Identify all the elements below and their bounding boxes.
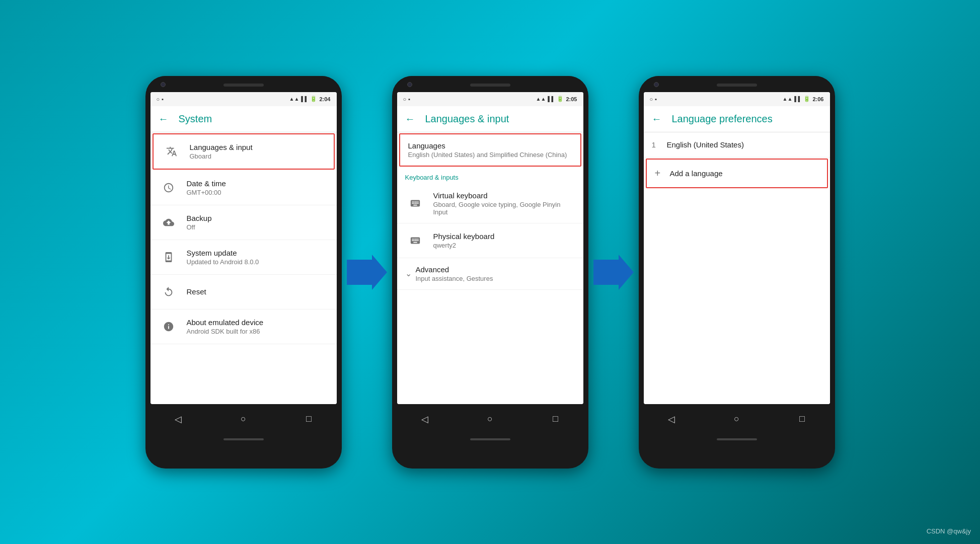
phone-bottom-nav-3: ◁ ○ □ — [639, 404, 835, 434]
status-right-1: ▲▲ ▌▌ 🔋 2:04 — [289, 96, 331, 102]
backup-subtitle: Off — [187, 223, 329, 231]
nav-back-1[interactable]: ◁ — [168, 409, 188, 429]
battery-small-icon-1: ▪ — [162, 96, 164, 102]
camera-1 — [161, 82, 166, 87]
keyboard-inputs-header: Keyboard & inputs — [397, 168, 583, 184]
settings-text-virtual-keyboard: Virtual keyboard Gboard, Google voice ty… — [433, 191, 575, 216]
settings-text-datetime: Date & time GMT+00:00 — [187, 179, 329, 196]
app-bar-3: ← Language preferences — [644, 106, 830, 132]
camera-3 — [654, 82, 659, 87]
settings-text-advanced: Advanced Input assistance, Gestures — [416, 265, 575, 282]
screen-3: ○ ▪ ▲▲ ▌▌ 🔋 2:06 ← Language preferences … — [644, 92, 830, 404]
alarm-icon-3: ○ — [650, 96, 653, 102]
nav-recent-3[interactable]: □ — [792, 409, 812, 429]
back-button-3[interactable]: ← — [652, 113, 662, 125]
status-right-2: ▲▲ ▌▌ 🔋 2:05 — [536, 96, 577, 102]
bottom-indicator-2 — [470, 438, 510, 440]
battery-small-icon-3: ▪ — [655, 96, 657, 102]
wifi-icon-1: ▲▲ — [289, 96, 299, 102]
physical-keyboard-subtitle: qwerty2 — [433, 242, 575, 249]
settings-item-datetime[interactable]: Date & time GMT+00:00 — [150, 171, 337, 205]
wifi-icon-2: ▲▲ — [536, 96, 546, 102]
status-bar-1: ○ ▪ ▲▲ ▌▌ 🔋 2:04 — [150, 92, 337, 106]
bottom-indicator-3 — [717, 438, 757, 440]
chevron-down-icon: ⌄ — [405, 269, 412, 278]
status-right-3: ▲▲ ▌▌ 🔋 2:06 — [783, 96, 824, 102]
settings-text-reset: Reset — [187, 287, 329, 296]
phone-bottom-bar-2 — [392, 434, 588, 444]
nav-home-1[interactable]: ○ — [234, 409, 254, 429]
alarm-icon-1: ○ — [157, 96, 160, 102]
phone-2: ○ ▪ ▲▲ ▌▌ 🔋 2:05 ← Languages & input — [392, 76, 588, 469]
backup-title: Backup — [187, 214, 329, 222]
settings-item-sysupdate[interactable]: System update Updated to Android 8.0.0 — [150, 240, 337, 275]
settings-item-virtual-keyboard[interactable]: Virtual keyboard Gboard, Google voice ty… — [397, 184, 583, 223]
watermark: CSDN @qw&jy — [927, 527, 971, 535]
add-language-plus-icon: + — [655, 168, 670, 179]
settings-list-1: Languages & input Gboard Date & time GMT… — [150, 132, 337, 404]
time-3: 2:06 — [812, 96, 823, 102]
arrow-1 — [347, 255, 387, 290]
nav-recent-1[interactable]: □ — [299, 409, 319, 429]
settings-text-about: About emulated device Android SDK built … — [187, 318, 329, 335]
sysupdate-subtitle: Updated to Android 8.0.0 — [187, 258, 329, 266]
language-icon — [162, 141, 182, 162]
languages-input-subtitle: Gboard — [190, 152, 326, 160]
settings-text-physical-keyboard: Physical keyboard qwerty2 — [433, 232, 575, 249]
add-language-item[interactable]: + Add a language — [646, 159, 828, 188]
advanced-title: Advanced — [416, 265, 575, 274]
settings-item-physical-keyboard[interactable]: Physical keyboard qwerty2 — [397, 223, 583, 258]
phone-bottom-bar-3 — [639, 434, 835, 444]
virtual-keyboard-subtitle: Gboard, Google voice typing, Google Piny… — [433, 201, 575, 216]
clock-icon — [159, 178, 179, 198]
status-left-1: ○ ▪ — [157, 96, 164, 102]
phone-top-bar-3 — [639, 76, 835, 90]
languages-subtitle: English (United States) and Simplified C… — [408, 151, 572, 159]
nav-back-3[interactable]: ◁ — [661, 409, 682, 429]
battery-icon-3: 🔋 — [803, 96, 810, 102]
settings-text-languages-input: Languages & input Gboard — [190, 143, 326, 160]
advanced-subtitle: Input assistance, Gestures — [416, 275, 575, 282]
nav-recent-2[interactable]: □ — [546, 409, 566, 429]
phone-bottom-nav-2: ◁ ○ □ — [392, 404, 588, 434]
speaker-1 — [223, 84, 264, 87]
back-button-2[interactable]: ← — [405, 113, 415, 125]
screen-title-2: Languages & input — [425, 113, 509, 125]
settings-item-about[interactable]: About emulated device Android SDK built … — [150, 309, 337, 344]
app-bar-1: ← System — [150, 106, 337, 132]
languages-input-title: Languages & input — [190, 143, 326, 151]
phones-container: ○ ▪ ▲▲ ▌▌ 🔋 2:04 ← System — [145, 76, 835, 469]
svg-marker-0 — [347, 255, 387, 290]
sysupdate-icon — [159, 247, 179, 267]
lang-item-english[interactable]: 1 English (United States) — [644, 132, 830, 158]
nav-home-2[interactable]: ○ — [480, 409, 500, 429]
svg-marker-1 — [593, 255, 634, 290]
bottom-indicator-1 — [223, 438, 264, 440]
settings-item-reset[interactable]: Reset — [150, 275, 337, 309]
settings-item-languages-input[interactable]: Languages & input Gboard — [153, 133, 335, 170]
phone-1: ○ ▪ ▲▲ ▌▌ 🔋 2:04 ← System — [145, 76, 342, 469]
speaker-3 — [717, 84, 757, 87]
lang-name-english: English (United States) — [667, 140, 744, 149]
phone-3: ○ ▪ ▲▲ ▌▌ 🔋 2:06 ← Language preferences … — [639, 76, 835, 469]
nav-home-3[interactable]: ○ — [727, 409, 747, 429]
settings-item-languages[interactable]: Languages English (United States) and Si… — [399, 133, 581, 167]
virtual-keyboard-title: Virtual keyboard — [433, 191, 575, 200]
settings-item-backup[interactable]: Backup Off — [150, 205, 337, 240]
arrow-2 — [593, 255, 634, 290]
phone-top-bar-2 — [392, 76, 588, 90]
battery-icon-2: 🔋 — [557, 96, 564, 102]
nav-back-2[interactable]: ◁ — [415, 409, 435, 429]
settings-text-languages: Languages English (United States) and Si… — [408, 141, 572, 159]
camera-2 — [407, 82, 412, 87]
settings-item-advanced[interactable]: ⌄ Advanced Input assistance, Gestures — [397, 258, 583, 290]
battery-icon-1: 🔋 — [310, 96, 317, 102]
signal-icon-1: ▌▌ — [301, 96, 308, 102]
time-1: 2:04 — [319, 96, 330, 102]
app-bar-2: ← Languages & input — [397, 106, 583, 132]
battery-small-icon-2: ▪ — [408, 96, 410, 102]
back-button-1[interactable]: ← — [159, 113, 169, 125]
physical-keyboard-icon — [405, 230, 425, 251]
settings-text-sysupdate: System update Updated to Android 8.0.0 — [187, 249, 329, 266]
screen-title-3: Language preferences — [672, 113, 773, 125]
